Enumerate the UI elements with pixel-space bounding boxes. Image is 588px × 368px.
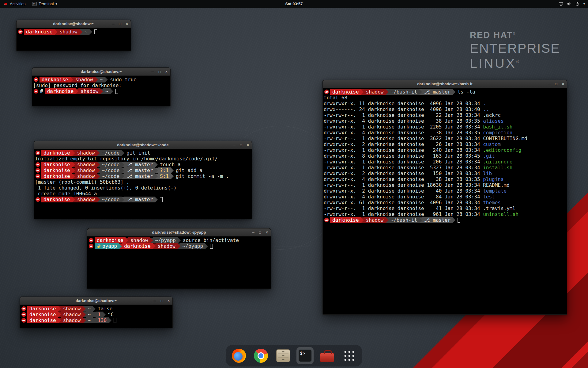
powerline-separator-icon <box>150 238 153 243</box>
terminal-content[interactable]: darknoiseshadow~/codegit initInitialized… <box>34 149 252 203</box>
command-text: touch a <box>160 162 180 167</box>
terminal-line: Initialized empty Git repository in /hom… <box>35 156 251 162</box>
system-menu-chevron-icon[interactable]: ▾ <box>583 2 585 6</box>
power-icon[interactable] <box>575 2 580 6</box>
rhel-branding: RED HAT® ENTERPRISE LINUX® <box>470 30 560 71</box>
maximize-button[interactable]: □ <box>159 70 161 74</box>
output-text: [master (root-commit) 50bcb63] . <box>35 179 129 185</box>
window-titlebar[interactable]: darknoise@shadow:~─□× <box>20 297 172 305</box>
terminal-line: drwxrwxr-x. 2 darknoise darknoise 40 Jan… <box>324 188 566 194</box>
powerline-separator-icon <box>171 168 174 173</box>
output-text: drwxrwxr-x. 2 darknoise darknoise 26 Jan… <box>324 141 483 147</box>
window-controls: ─□× <box>151 68 168 75</box>
terminal-window-exitcodes[interactable]: darknoise@shadow:~─□×darknoiseshadow~fal… <box>20 297 173 328</box>
output-text: uninstall.sh <box>483 211 518 217</box>
dock-item-terminal[interactable]: $> <box>296 347 314 364</box>
files-icon <box>276 349 290 362</box>
terminal-window-code[interactable]: darknoise@shadow:~/code─□×darknoiseshado… <box>34 141 252 219</box>
close-button[interactable]: × <box>126 22 128 26</box>
maximize-button[interactable]: □ <box>240 143 242 147</box>
dock-item-chrome[interactable] <box>252 347 270 364</box>
terminal-window-pyapp[interactable]: darknoise@shadow:~/pyapp─□×darknoiseshad… <box>87 228 271 289</box>
terminal-line: total 68 <box>324 95 566 101</box>
output-text: .gitignore <box>483 159 512 165</box>
branding-red-hat: RED HAT® <box>470 30 560 40</box>
window-titlebar[interactable]: darknoise@shadow:~─□× <box>32 68 170 76</box>
terminal-line: darknoiseshadow~false <box>21 306 172 312</box>
dock-item-app-grid[interactable] <box>341 347 358 364</box>
terminal-content[interactable]: darknoiseshadow~falsedarknoiseshadow~1^C… <box>20 305 172 324</box>
window-controls: ─□× <box>153 297 170 305</box>
close-button[interactable]: × <box>562 82 564 86</box>
minimize-button[interactable]: ─ <box>151 70 154 74</box>
terminal-line: darknoiseshadow~/pyappsource bin/activat… <box>88 237 270 243</box>
window-title: darknoise@shadow:~ <box>53 21 94 26</box>
output-text: -rwxrwxr-x. 1 darknoise darknoise 5327 J… <box>324 165 483 171</box>
powerline-separator-icon <box>105 77 108 82</box>
terminal-window-sudo[interactable]: darknoise@shadow:~─□×darknoiseshadow~sud… <box>32 67 171 106</box>
window-titlebar[interactable]: darknoise@shadow:~─□× <box>17 20 131 28</box>
prompt-segment-git: ⎇ master <box>422 89 453 95</box>
display-settings-icon[interactable] <box>559 2 563 6</box>
dock-item-files[interactable] <box>274 347 292 364</box>
registered-mark: ® <box>513 32 516 35</box>
volume-icon[interactable] <box>567 2 571 6</box>
powerline-separator-icon <box>100 89 103 94</box>
terminal-content[interactable]: darknoiseshadow~sudo true[sudo] password… <box>32 76 170 95</box>
activities-button[interactable]: Activities <box>0 0 29 8</box>
command-text: git init <box>126 150 150 156</box>
prompt-segment-path: ~/pyapp <box>153 237 178 243</box>
powerline-separator-icon <box>419 217 422 223</box>
window-title: darknoise@shadow:~/pyapp <box>152 230 206 235</box>
dock-item-toolbox[interactable] <box>318 347 336 364</box>
minimize-button[interactable]: ─ <box>548 82 551 86</box>
output-text: .. <box>483 106 489 112</box>
python-icon <box>97 244 101 248</box>
minimize-button[interactable]: ─ <box>252 231 254 234</box>
terminal-content[interactable]: darknoiseshadow~/bash-it⎇ masterls -lato… <box>323 88 567 224</box>
dock-item-firefox[interactable] <box>230 347 247 364</box>
window-title: darknoise@shadow:~/bash-it <box>417 82 473 86</box>
terminal-content[interactable]: darknoiseshadow~/pyappsource bin/activat… <box>87 236 271 250</box>
output-text: aliases <box>483 118 503 124</box>
firefox-icon <box>232 349 246 363</box>
window-titlebar[interactable]: darknoise@shadow:~/pyapp─□× <box>87 228 271 236</box>
maximize-button[interactable]: □ <box>259 231 261 234</box>
redhat-prompt-icon <box>89 244 93 248</box>
minimize-button[interactable]: ─ <box>112 22 115 26</box>
redhat-prompt-icon <box>21 312 26 317</box>
maximize-button[interactable]: □ <box>161 299 163 303</box>
redhat-prompt-icon <box>36 162 40 167</box>
prompt-segment-user: darknoise <box>122 243 153 249</box>
maximize-button[interactable]: □ <box>119 22 121 26</box>
prompt-segment-path: ~ <box>86 306 93 312</box>
window-titlebar[interactable]: darknoise@shadow:~/code─□× <box>34 141 252 149</box>
dock: $> <box>226 345 362 366</box>
powerline-separator-icon <box>205 243 208 249</box>
output-text: -rwxrwxr-x. 1 darknoise darknoise 240 Ja… <box>324 147 483 153</box>
app-menu-terminal[interactable]: >_ Terminal ▾ <box>29 0 60 8</box>
output-text: .travis.yml <box>483 205 515 211</box>
close-button[interactable]: × <box>168 299 170 303</box>
close-button[interactable]: × <box>165 70 168 74</box>
minimize-button[interactable]: ─ <box>233 143 236 147</box>
prompt-segment-host: shadow <box>78 88 100 94</box>
terminal-line: 1 file changed, 0 insertions(+), 0 delet… <box>35 185 251 191</box>
window-titlebar[interactable]: darknoise@shadow:~/bash-it─□× <box>323 80 567 88</box>
redhat-prompt-icon <box>21 318 26 323</box>
prompt-segment-host: shadow <box>75 150 97 156</box>
close-button[interactable]: × <box>247 143 249 147</box>
prompt-segment-git: ⎇ master <box>124 167 155 173</box>
terminal-window-bash-it[interactable]: darknoise@shadow:~/bash-it─□×darknoisesh… <box>322 80 567 315</box>
powerline-separator-icon <box>155 168 158 173</box>
terminal-line: drwxrwxr-x. 11 darknoise darknoise 4096 … <box>324 101 566 106</box>
terminal-line: create mode 100644 a <box>35 191 251 197</box>
output-text: .ackrc <box>483 112 501 118</box>
terminal-window-home-small[interactable]: darknoise@shadow:~─□×darknoiseshadow~ <box>16 20 131 51</box>
maximize-button[interactable]: □ <box>555 82 557 86</box>
close-button[interactable]: × <box>266 231 268 234</box>
clock[interactable]: Sat 03:57 <box>285 2 303 6</box>
branding-linux: LINUX® <box>470 56 560 71</box>
minimize-button[interactable]: ─ <box>153 299 156 303</box>
terminal-content[interactable]: darknoiseshadow~ <box>17 28 131 36</box>
